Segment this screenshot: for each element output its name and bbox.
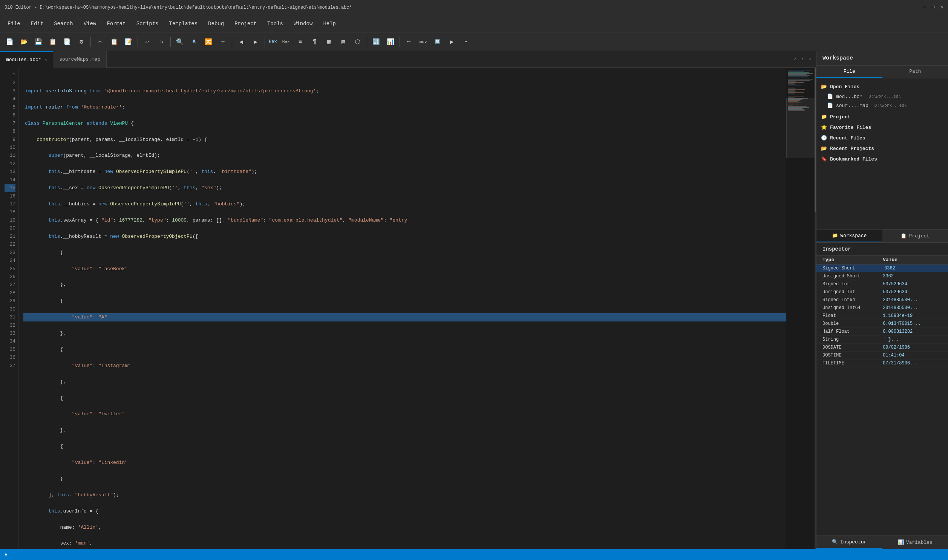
variables-tab-btn[interactable]: 📊 Variables (882, 536, 948, 549)
toolbar-save[interactable]: 💾 (32, 35, 45, 49)
menu-search[interactable]: Search (49, 18, 77, 29)
toolbar-chart[interactable]: 📊 (384, 35, 397, 49)
toolbar-redo[interactable]: ↪ (155, 35, 168, 49)
toolbar-close[interactable]: 📑 (60, 35, 74, 49)
line-numbers: 1 2 3 4 5 6 7 8 9 10 11 12 13 14 15 16 1… (0, 68, 19, 549)
inspector-value-signed-short: 3362 (883, 266, 942, 271)
menu-templates[interactable]: Templates (164, 18, 202, 29)
toolbar-calc[interactable]: 🔢 (369, 35, 383, 49)
inspector-table-header: Type Value (816, 255, 948, 265)
toolbar-undo[interactable]: ↩ (140, 35, 154, 49)
line-number: 6 (5, 111, 15, 119)
toolbar-hex[interactable]: Hex (279, 35, 293, 49)
file-item-modules[interactable]: 📄 mod...bc* D:\work...ed\ (816, 92, 948, 101)
inspector-row-dostime[interactable]: DOSTIME 01:41:04 (816, 352, 948, 360)
tab-modules-close[interactable]: ✕ (45, 57, 47, 62)
toolbar-back[interactable]: ◀ (234, 35, 248, 49)
inspector-row-unsigned-short[interactable]: Unsigned Short 3362 (816, 272, 948, 280)
tab-prev-button[interactable]: ‹ (792, 55, 798, 64)
toolbar-hex2[interactable]: ⬡ (351, 35, 365, 49)
tab-next-button[interactable]: › (799, 55, 805, 64)
toolbar-run[interactable]: ▶ (445, 35, 459, 49)
toolbar-find-replace[interactable]: A (187, 35, 201, 49)
menu-window[interactable]: Window (289, 18, 317, 29)
inspector-value-unsigned-int: 537529634 (883, 289, 942, 295)
bookmarked-files-header[interactable]: 🔖 Bookmarked Files (816, 154, 948, 164)
toolbar-cut[interactable]: ✂ (93, 35, 107, 49)
toolbar-open[interactable]: 📂 (17, 35, 31, 49)
inspector-row-dosdate[interactable]: DOSDATE 09/02/1986 (816, 344, 948, 352)
toolbar-list[interactable]: ▤ (337, 35, 350, 49)
toolbar-back2[interactable]: ← (402, 35, 416, 49)
inspector-tab-btn[interactable]: 🔍 Inspector (816, 536, 882, 549)
toolbar-goto[interactable]: → (216, 35, 229, 49)
toolbar-save-all[interactable]: 📋 (46, 35, 60, 49)
menu-debug[interactable]: Debug (203, 18, 228, 29)
menu-bar: File Edit Search View Format Scripts Tem… (0, 15, 948, 32)
open-files-header[interactable]: 📂 Open Files (816, 82, 948, 92)
toolbar-grid[interactable]: ▦ (322, 35, 336, 49)
toolbar-para[interactable]: ¶ (308, 35, 322, 49)
inspector-row-unsigned-int64[interactable]: Unsigned Int64 2314885530... (816, 304, 948, 312)
toolbar-mov[interactable]: mov (417, 35, 430, 49)
recent-files-header[interactable]: 🕐 Recent Files (816, 133, 948, 143)
code-line-22: }, (23, 426, 786, 434)
toolbar-forward[interactable]: ▶ (249, 35, 262, 49)
line-number: 32 (5, 322, 15, 329)
code-line-21: "value": "Twitter" (23, 410, 786, 418)
tab-modules-abc[interactable]: modules.abc* ✕ (0, 51, 53, 68)
menu-file[interactable]: File (3, 18, 25, 29)
tab-sourcemaps-label: sourceMaps.map (59, 57, 100, 62)
minimap-scrollbar[interactable] (814, 68, 816, 549)
menu-format[interactable]: Format (102, 18, 130, 29)
workspace-tab[interactable]: 📁 Workspace (816, 229, 882, 242)
toolbar-props[interactable]: ⚙ (75, 35, 88, 49)
bookmarked-files-label: Bookmarked Files (830, 156, 877, 162)
menu-help[interactable]: Help (319, 18, 340, 29)
inspector-row-string[interactable]: String ' }... (816, 336, 948, 344)
menu-scripts[interactable]: Scripts (132, 18, 163, 29)
toolbar-stop[interactable]: ▪ (460, 35, 473, 49)
toolbar-compare[interactable]: 🔀 (202, 35, 215, 49)
line-number: 22 (5, 240, 15, 248)
inspector-row-signed-short[interactable]: Signed Short 3362 (816, 265, 948, 272)
code-line-15: "value": "A" (23, 313, 786, 321)
toolbar-num[interactable]: 🔟 (431, 35, 445, 49)
toolbar-new[interactable]: 📄 (3, 35, 17, 49)
toolbar-copy[interactable]: 📋 (108, 35, 121, 49)
toolbar-text[interactable]: ≡ (294, 35, 307, 49)
minimap-scrollbar-thumb[interactable] (814, 68, 816, 212)
maximize-button[interactable]: □ (932, 5, 935, 10)
inspector-row-float[interactable]: Float 1.16934e-19 (816, 312, 948, 320)
menu-edit[interactable]: Edit (26, 18, 48, 29)
inspector-row-double[interactable]: Double 6.013470015... (816, 320, 948, 328)
tab-menu-button[interactable]: ≡ (807, 55, 813, 64)
toolbar-paste[interactable]: 📝 (122, 35, 135, 49)
inspector-row-filetime[interactable]: FILETIME 07/31/8936... (816, 360, 948, 368)
line-number: 23 (5, 249, 15, 257)
recent-projects-header[interactable]: 📂 Recent Projects (816, 143, 948, 154)
menu-tools[interactable]: Tools (263, 18, 288, 29)
project-tab[interactable]: 📋 Project (882, 229, 948, 242)
inspector-row-signed-int64[interactable]: Signed Int64 2314885530... (816, 296, 948, 304)
inspector-row-signed-int[interactable]: Signed Int 537529634 (816, 280, 948, 288)
code-content[interactable]: import userInfoStrong from '@bundle:com.… (19, 68, 786, 549)
tab-file[interactable]: File (816, 66, 882, 78)
project-header[interactable]: 📁 Project (816, 112, 948, 122)
tab-path[interactable]: Path (882, 66, 948, 78)
inspector-row-half-float[interactable]: Half Float 0.000313282 (816, 328, 948, 336)
variables-tab-label: Variables (906, 540, 933, 545)
recent-files-icon: 🕐 (821, 135, 827, 141)
tab-bar: modules.abc* ✕ sourceMaps.map ‹ › ≡ (0, 51, 816, 68)
toolbar-find[interactable]: 🔍 (173, 35, 186, 49)
code-line-14: { (23, 297, 786, 305)
file-item-sourcemaps[interactable]: 📄 sour....map D:\work...ed\ (816, 101, 948, 110)
tab-sourcemaps[interactable]: sourceMaps.map (53, 51, 107, 68)
menu-view[interactable]: View (79, 18, 101, 29)
minimize-button[interactable]: ─ (923, 5, 926, 10)
inspector-value-unsigned-short: 3362 (883, 274, 942, 279)
menu-project[interactable]: Project (230, 18, 261, 29)
inspector-row-unsigned-int[interactable]: Unsigned Int 537529634 (816, 288, 948, 296)
close-button[interactable]: ✕ (941, 5, 943, 10)
favorite-files-header[interactable]: ⭐ Favorite Files (816, 122, 948, 133)
